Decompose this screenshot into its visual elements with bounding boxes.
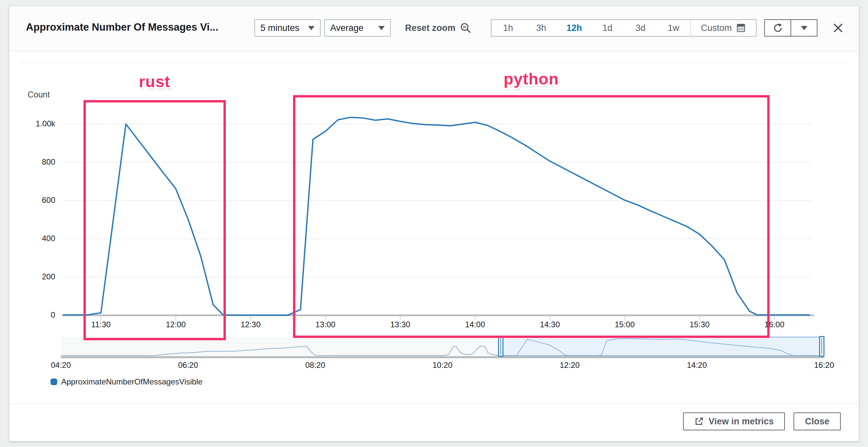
- x-tick-label: 16:00: [754, 320, 795, 329]
- x-tick-label: 13:30: [380, 320, 421, 329]
- y-tick-label: 400: [19, 234, 55, 243]
- y-tick-label: 200: [19, 272, 55, 281]
- legend-color-marker: [51, 379, 57, 385]
- minimap-tick-label: 16:20: [804, 360, 844, 370]
- minimap-tick-label: 12:20: [550, 360, 590, 370]
- x-tick-label: 15:00: [605, 320, 645, 329]
- y-axis-title: Count: [28, 90, 50, 99]
- minimap-tick-label: 04:20: [41, 360, 81, 370]
- metric-detail-dialog: Approximate Number Of Messages Vi... 5 m…: [9, 6, 859, 441]
- minimap-tick-label: 14:20: [677, 360, 717, 370]
- view-in-metrics-label: View in metrics: [708, 416, 774, 427]
- minimap-tick-label: 06:20: [168, 360, 208, 370]
- x-tick-label: 12:00: [156, 320, 196, 329]
- minimap-tick-label: 08:20: [295, 360, 335, 370]
- x-tick-label: 12:30: [231, 320, 271, 329]
- footer-divider: [9, 404, 859, 404]
- y-tick-label: 1.00k: [19, 119, 55, 128]
- close-button-label: Close: [805, 416, 830, 427]
- legend-label: ApproximateNumberOfMessagesVisible: [61, 377, 203, 386]
- legend-item[interactable]: ApproximateNumberOfMessagesVisible: [51, 377, 203, 386]
- x-tick-label: 14:30: [530, 320, 570, 329]
- x-tick-label: 14:00: [455, 320, 495, 329]
- chart-plot-area[interactable]: [64, 106, 812, 315]
- minimap-tick-label: 10:20: [423, 360, 463, 370]
- y-tick-label: 0: [19, 310, 55, 320]
- x-tick-label: 13:00: [306, 320, 345, 329]
- view-in-metrics-button[interactable]: View in metrics: [683, 412, 785, 430]
- x-tick-label: 11:30: [81, 320, 121, 329]
- external-link-icon: [694, 417, 704, 426]
- close-button[interactable]: Close: [794, 412, 841, 430]
- page-background: Approximate Number Of Messages Vi... 5 m…: [0, 0, 868, 447]
- y-tick-label: 800: [19, 157, 55, 167]
- y-tick-label: 600: [19, 196, 55, 205]
- x-tick-label: 15:30: [680, 320, 720, 329]
- footer-buttons: View in metrics Close: [683, 412, 841, 430]
